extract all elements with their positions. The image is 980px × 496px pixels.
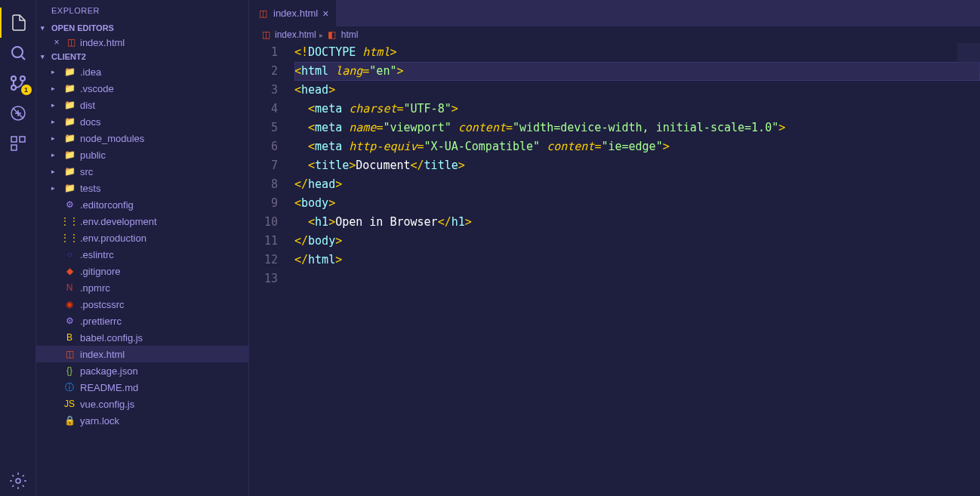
eslint-icon: ○ — [63, 248, 76, 260]
folder-src-icon: 📁 — [63, 165, 76, 177]
svg-point-3 — [11, 76, 16, 81]
code-line[interactable]: <h1>Open in Browser</h1> — [294, 213, 980, 232]
tree-item-label: .prettierrc — [80, 316, 122, 327]
folder-item[interactable]: ▸📁.idea — [36, 63, 248, 80]
vscode-icon: 📁 — [63, 82, 76, 94]
code-line[interactable]: <head> — [294, 81, 980, 100]
code-line[interactable]: <meta name="viewport" content="width=dev… — [294, 119, 980, 137]
chevron-right-icon: ▸ — [51, 118, 59, 125]
file-item[interactable]: N.npmrc — [36, 279, 248, 296]
activity-debug-icon[interactable] — [0, 98, 36, 128]
code-line[interactable] — [294, 270, 980, 288]
post-icon: ◉ — [63, 298, 76, 310]
svg-rect-7 — [11, 145, 17, 150]
activity-extensions-icon[interactable] — [0, 128, 36, 159]
code-line[interactable]: <body> — [294, 194, 980, 213]
file-item[interactable]: 🔒yarn.lock — [36, 412, 248, 429]
tree-item-label: dist — [80, 100, 95, 111]
folder-item[interactable]: ▸📁.vscode — [36, 80, 248, 97]
chevron-right-icon: ▸ — [51, 151, 59, 159]
activity-explorer-icon[interactable] — [0, 8, 36, 38]
html-icon: ◫ — [260, 29, 272, 41]
activity-scm-icon[interactable]: 1 — [0, 68, 36, 98]
folder-src-icon: 📁 — [63, 132, 76, 144]
file-item[interactable]: ◆.gitignore — [36, 263, 248, 279]
tree-item-label: src — [80, 166, 93, 177]
file-item[interactable]: {}package.json — [36, 362, 248, 379]
file-item[interactable]: ◉.postcssrc — [36, 296, 248, 313]
close-icon[interactable]: × — [51, 37, 62, 48]
line-number: 10 — [249, 213, 278, 232]
html-icon: ◫ — [257, 8, 269, 20]
line-number: 3 — [249, 81, 278, 100]
code-editor[interactable]: 12345678910111213 <!DOCTYPE html><html l… — [249, 43, 980, 496]
editor-area: ◫index.html× ◫index.html▸◧html 123456789… — [249, 0, 980, 496]
breadcrumb-item[interactable]: html — [341, 29, 359, 40]
code-line[interactable]: <!DOCTYPE html> — [294, 43, 980, 62]
minimap[interactable] — [957, 43, 980, 119]
folder-item[interactable]: ▸📁dist — [36, 97, 248, 113]
html-icon: ◫ — [63, 348, 76, 360]
git-icon: ◆ — [63, 265, 76, 277]
breadcrumb-item[interactable]: index.html — [275, 29, 316, 40]
tree-item-label: .npmrc — [80, 282, 110, 294]
code-line[interactable]: <meta charset="UTF-8"> — [294, 100, 980, 119]
folder-item[interactable]: ▸📁public — [36, 146, 248, 163]
yarn-icon: 🔒 — [63, 414, 76, 427]
open-editors-list: ×◫index.html — [36, 35, 248, 50]
file-item[interactable]: JSvue.config.js — [36, 396, 248, 412]
activity-settings-icon[interactable] — [0, 466, 36, 496]
open-editors-header[interactable]: ▾ OPEN EDITORS — [36, 21, 248, 35]
tree-item-label: .vscode — [80, 83, 114, 94]
code-line[interactable]: <title>Document</title> — [294, 156, 980, 175]
file-item[interactable]: ◫index.html — [36, 346, 248, 362]
breadcrumb[interactable]: ◫index.html▸◧html — [249, 26, 980, 43]
folder-icon: 📁 — [63, 66, 76, 78]
file-item[interactable]: ⚙.prettierrc — [36, 313, 248, 329]
file-item[interactable]: ⋮⋮.env.production — [36, 230, 248, 246]
line-number: 5 — [249, 119, 278, 137]
folder-item[interactable]: ▸📁node_modules — [36, 130, 248, 146]
open-editor-item[interactable]: ×◫index.html — [36, 35, 248, 50]
json-icon: {} — [63, 365, 76, 377]
file-item[interactable]: ○.eslintrc — [36, 246, 248, 263]
open-editors-label: OPEN EDITORS — [51, 23, 114, 32]
tree-item-label: .env.production — [80, 233, 146, 244]
explorer-sidebar: EXPLORER ▾ OPEN EDITORS ×◫index.html ▾ C… — [36, 0, 249, 496]
svg-point-0 — [12, 47, 23, 57]
editor-tab[interactable]: ◫index.html× — [249, 0, 337, 26]
line-number: 9 — [249, 194, 278, 213]
folder-src-icon: 📁 — [63, 149, 76, 161]
code-line[interactable]: </html> — [294, 251, 980, 270]
code-line[interactable]: <meta http-equiv="X-UA-Compatible" conte… — [294, 137, 980, 156]
chevron-right-icon: ▸ — [51, 184, 59, 192]
folder-icon: 📁 — [63, 99, 76, 111]
folder-item[interactable]: ▸📁tests — [36, 180, 248, 196]
tab-bar: ◫index.html× — [249, 0, 980, 26]
tag-icon: ◧ — [326, 29, 338, 41]
file-item[interactable]: ⓘREADME.md — [36, 379, 248, 396]
folder-item[interactable]: ▸📁src — [36, 163, 248, 180]
project-header[interactable]: ▾ CLIENT2 — [36, 50, 248, 63]
chevron-right-icon: ▸ — [51, 85, 59, 92]
file-item[interactable]: ⋮⋮.env.development — [36, 213, 248, 230]
tree-item-label: package.json — [80, 365, 138, 377]
chevron-down-icon: ▾ — [41, 24, 51, 32]
env-icon: ⋮⋮ — [63, 215, 76, 227]
code-line[interactable]: </head> — [294, 175, 980, 194]
file-item[interactable]: ⚙.editorconfig — [36, 196, 248, 213]
md-icon: ⓘ — [63, 381, 76, 393]
code-content[interactable]: <!DOCTYPE html><html lang="en"><head> <m… — [294, 43, 980, 496]
close-icon[interactable]: × — [322, 8, 328, 20]
html-icon: ◫ — [65, 36, 77, 48]
code-line[interactable]: </body> — [294, 232, 980, 251]
svg-rect-5 — [11, 137, 17, 142]
file-tree: ▸📁.idea▸📁.vscode▸📁dist▸📁docs▸📁node_modul… — [36, 63, 248, 496]
activity-search-icon[interactable] — [0, 38, 36, 68]
tree-item-label: .idea — [80, 66, 101, 78]
code-line[interactable]: <html lang="en"> — [294, 62, 980, 81]
file-item[interactable]: Bbabel.config.js — [36, 329, 248, 346]
folder-item[interactable]: ▸📁docs — [36, 113, 248, 130]
babel-icon: B — [63, 331, 76, 344]
svg-point-1 — [20, 76, 25, 81]
